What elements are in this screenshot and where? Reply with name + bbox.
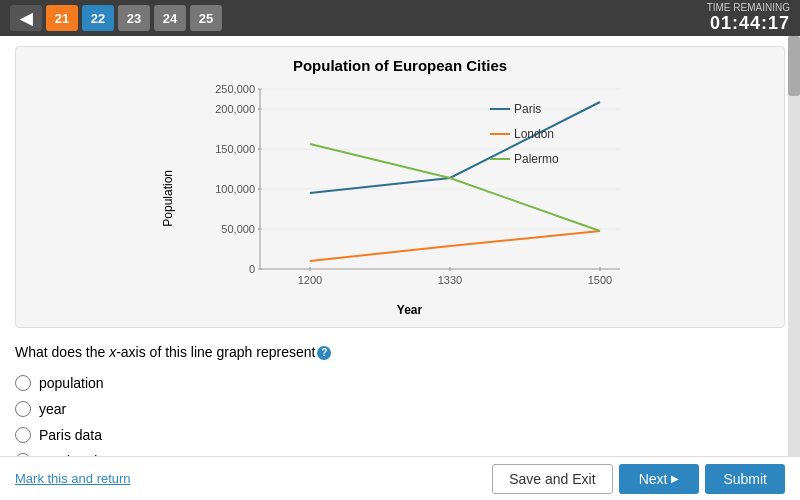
header: ◀ 21 22 23 24 25 TIME REMAINING 01:44:17 [0,0,800,36]
tab-23[interactable]: 23 [118,5,150,31]
radio-population[interactable] [15,375,31,391]
svg-text:50,000: 50,000 [221,223,255,235]
svg-text:Paris: Paris [514,102,541,116]
option-label-paris: Paris data [39,427,102,443]
svg-text:London: London [514,127,554,141]
svg-text:150,000: 150,000 [215,143,255,155]
tab-25[interactable]: 25 [190,5,222,31]
question-tabs: ◀ 21 22 23 24 25 [10,5,222,31]
chart-area: Population 0 50,000 100,000 [161,79,640,317]
svg-text:200,000: 200,000 [215,103,255,115]
answer-option-paris[interactable]: Paris data [15,427,785,443]
svg-text:Palermo: Palermo [514,152,559,166]
london-line [310,231,600,261]
help-icon[interactable]: ? [317,346,331,360]
submit-button[interactable]: Submit [705,464,785,494]
chart-container: Population of European Cities Population… [15,46,785,328]
option-label-year: year [39,401,66,417]
option-label-population: population [39,375,104,391]
footer-buttons: Save and Exit Next Submit [492,464,785,494]
tab-24[interactable]: 24 [154,5,186,31]
timer-section: TIME REMAINING 01:44:17 [707,2,790,34]
save-exit-button[interactable]: Save and Exit [492,464,612,494]
timer-label: TIME REMAINING [707,2,790,13]
question-text: What does the x-axis of this line graph … [15,343,785,363]
footer: Mark this and return Save and Exit Next … [0,456,800,500]
x-axis-label: Year [180,303,640,317]
svg-text:1200: 1200 [297,274,321,286]
y-axis-label: Population [161,170,175,227]
mark-return-button[interactable]: Mark this and return [15,471,131,486]
svg-text:1500: 1500 [587,274,611,286]
next-button[interactable]: Next [619,464,700,494]
svg-text:250,000: 250,000 [215,83,255,95]
scrollbar-thumb[interactable] [788,36,800,96]
svg-text:0: 0 [248,263,254,275]
scrollbar[interactable] [788,36,800,456]
radio-paris[interactable] [15,427,31,443]
radio-year[interactable] [15,401,31,417]
question-text-after: -axis of this line graph represent [116,344,315,360]
question-text-before: What does the [15,344,109,360]
timer-value: 01:44:17 [707,13,790,34]
main-content: Population of European Cities Population… [0,36,800,456]
answer-option-year[interactable]: year [15,401,785,417]
svg-text:100,000: 100,000 [215,183,255,195]
chart-svg: 0 50,000 100,000 150,000 200,000 250,000 [180,79,640,299]
answer-option-population[interactable]: population [15,375,785,391]
tab-22[interactable]: 22 [82,5,114,31]
tab-prev-arrow[interactable]: ◀ [10,5,42,31]
svg-text:1330: 1330 [437,274,461,286]
tab-21[interactable]: 21 [46,5,78,31]
chart-title: Population of European Cities [293,57,507,74]
